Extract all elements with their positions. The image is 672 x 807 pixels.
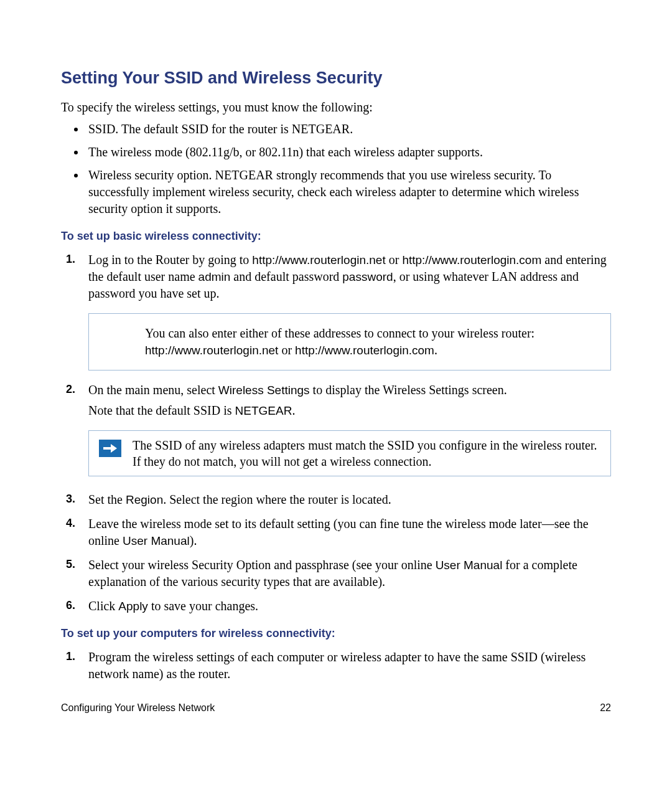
- list-item: The wireless mode (802.11g/b, or 802.11n…: [86, 144, 611, 161]
- list-item: Wireless security option. NETGEAR strong…: [86, 167, 611, 217]
- step-subtext: Note that the default SSID is NETGEAR.: [88, 402, 611, 419]
- step-text: . Select the region where the router is …: [163, 493, 391, 506]
- step-item: Click Apply to save your changes.: [86, 598, 611, 615]
- step-item: Leave the wireless mode set to its defau…: [86, 516, 611, 549]
- code-text: admin: [198, 270, 231, 283]
- info-text: You can also enter either of these addre…: [145, 326, 534, 340]
- step-text: On the main menu, select: [88, 383, 218, 397]
- step-text: to display the Wireless Settings screen.: [310, 383, 507, 397]
- step-text: Click: [88, 599, 118, 613]
- info-box: You can also enter either of these addre…: [88, 313, 611, 370]
- url-text: http://www.routerlogin.com: [295, 344, 434, 357]
- subheading-computer-setup: To set up your computers for wireless co…: [61, 627, 611, 640]
- info-text: or: [278, 343, 295, 357]
- step-item: On the main menu, select Wireless Settin…: [86, 382, 611, 476]
- step-text: ).: [190, 534, 197, 547]
- intro-text: To specify the wireless settings, you mu…: [61, 100, 611, 115]
- step-text: Set the: [88, 493, 126, 506]
- ui-label: Wireless Settings: [218, 384, 310, 397]
- ui-label: Apply: [118, 600, 148, 613]
- url-text: http://www.routerlogin.com: [402, 253, 541, 267]
- section-title: Setting Your SSID and Wireless Security: [61, 68, 611, 88]
- page-footer: Configuring Your Wireless Network 22: [61, 702, 611, 714]
- note-box: The SSID of any wireless adapters must m…: [88, 430, 611, 476]
- step-item: Program the wireless settings of each co…: [86, 649, 611, 682]
- page-number: 22: [600, 702, 611, 714]
- steps-basic-setup: Log in to the Router by going to http://…: [61, 252, 611, 615]
- url-text: http://www.routerlogin.net: [145, 344, 278, 357]
- list-item: SSID. The default SSID for the router is…: [86, 121, 611, 138]
- requirements-list: SSID. The default SSID for the router is…: [61, 121, 611, 217]
- info-text: .: [434, 343, 437, 357]
- step-text: Select your wireless Security Option and…: [88, 558, 436, 572]
- step-item: Select your wireless Security Option and…: [86, 557, 611, 590]
- document-page: Setting Your SSID and Wireless Security …: [0, 0, 672, 807]
- step-text: to save your changes.: [148, 599, 258, 613]
- subheading-basic-setup: To set up basic wireless connectivity:: [61, 230, 611, 243]
- note-text: The SSID of any wireless adapters must m…: [133, 437, 600, 470]
- step-text: .: [292, 404, 295, 417]
- step-text: Log in to the Router by going to: [88, 253, 252, 267]
- step-item: Set the Region. Select the region where …: [86, 491, 611, 508]
- url-text: http://www.routerlogin.net: [252, 253, 385, 267]
- code-text: password: [342, 270, 393, 283]
- step-item: Log in to the Router by going to http://…: [86, 252, 611, 370]
- step-text: and default password: [230, 270, 342, 283]
- step-text: or: [386, 253, 403, 267]
- step-text: Note that the default SSID is: [88, 404, 235, 417]
- doc-ref: User Manual: [436, 559, 503, 572]
- ui-label: Region: [126, 493, 163, 506]
- doc-ref: User Manual: [123, 534, 190, 547]
- footer-section-title: Configuring Your Wireless Network: [61, 702, 215, 714]
- code-text: NETGEAR: [235, 404, 292, 417]
- arrow-right-icon: [99, 440, 121, 457]
- steps-computer-setup: Program the wireless settings of each co…: [61, 649, 611, 682]
